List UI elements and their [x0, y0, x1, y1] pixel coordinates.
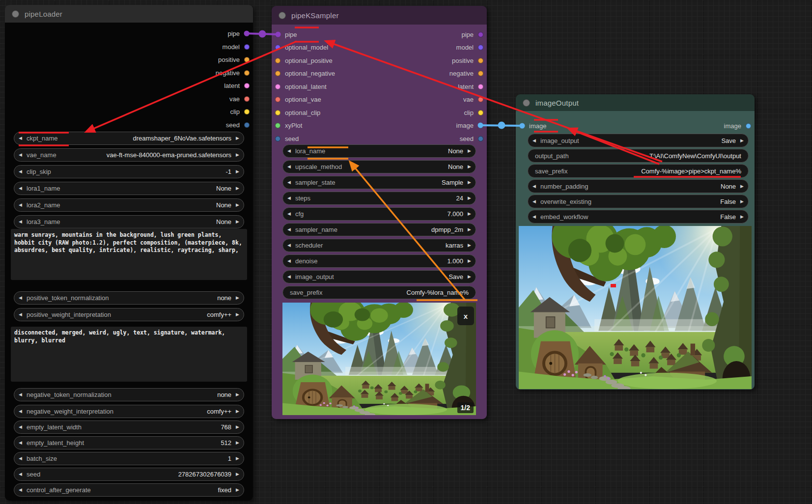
node-title-bar[interactable]: imageOutput: [516, 94, 755, 111]
widget-right-arrow-icon[interactable]: ▶: [231, 436, 244, 449]
widget-right-arrow-icon[interactable]: ▶: [463, 176, 476, 189]
widget-empty_latent_height[interactable]: ◀empty_latent_height512▶: [14, 436, 244, 449]
widget-left-arrow-icon[interactable]: ◀: [528, 134, 540, 147]
widget-left-arrow-icon[interactable]: ◀: [14, 483, 27, 497]
widget-left-arrow-icon[interactable]: ◀: [14, 148, 27, 162]
widget-left-arrow-icon[interactable]: ◀: [283, 239, 295, 252]
output-slot-pipe[interactable]: pipe: [461, 29, 483, 39]
widget-left-arrow-icon[interactable]: ◀: [283, 176, 295, 189]
widget-vae_name[interactable]: ◀vae_namevae-ft-mse-840000-ema-pruned.sa…: [14, 148, 244, 162]
widget-right-arrow-icon[interactable]: ▶: [231, 388, 244, 401]
widget-left-arrow-icon[interactable]: ◀: [283, 160, 295, 173]
widget-right-arrow-icon[interactable]: ▶: [231, 215, 244, 228]
widget-right-arrow-icon[interactable]: ▶: [231, 182, 244, 195]
widget-output_path[interactable]: output_pathT:\AI\ComfyNew\ComfyUI\output: [528, 149, 749, 163]
widget-left-arrow-icon[interactable]: ◀: [14, 132, 27, 145]
positive_prompt-textarea[interactable]: warm sunrays, mountains in the backgroun…: [11, 229, 247, 280]
widget-positive_weight_interpretation[interactable]: ◀positive_weight_interpretationcomfy++▶: [14, 308, 244, 321]
widget-left-arrow-icon[interactable]: ◀: [283, 192, 295, 205]
widget-left-arrow-icon[interactable]: ◀: [14, 308, 27, 321]
widget-sampler_state[interactable]: ◀sampler_stateSample▶: [282, 176, 476, 189]
input-slot-optional_clip[interactable]: optional_clip: [275, 108, 320, 117]
widget-right-arrow-icon[interactable]: ▶: [463, 207, 476, 221]
widget-right-arrow-icon[interactable]: ▶: [736, 180, 748, 193]
output-slot-latent[interactable]: latent: [458, 82, 483, 91]
input-slot-pipe[interactable]: pipe: [275, 29, 297, 39]
widget-left-arrow-icon[interactable]: ◀: [14, 420, 27, 434]
widget-save_prefix[interactable]: save_prefixComfy-%image>pipe>ckpt_name%: [528, 164, 749, 178]
preview-page-indicator[interactable]: 1/2: [457, 402, 474, 413]
output-slot-negative[interactable]: negative: [449, 68, 483, 78]
output-slot-positive[interactable]: positive: [218, 55, 250, 64]
widget-upscale_method[interactable]: ◀upscale_methodNone▶: [282, 160, 476, 173]
widget-right-arrow-icon[interactable]: ▶: [231, 420, 244, 434]
output-slot-model[interactable]: model: [456, 42, 483, 52]
widget-right-arrow-icon[interactable]: ▶: [231, 148, 244, 162]
output-slot-clip[interactable]: clip: [230, 107, 250, 116]
widget-cfg[interactable]: ◀cfg7.000▶: [282, 207, 476, 221]
widget-right-arrow-icon[interactable]: ▶: [736, 195, 748, 208]
widget-ckpt_name[interactable]: ◀ckpt_namedreamshaper_6NoVae.safetensors…: [14, 132, 244, 145]
output-slot-model[interactable]: model: [223, 42, 250, 52]
input-slot-image[interactable]: image: [519, 121, 546, 131]
widget-left-arrow-icon[interactable]: ◀: [14, 388, 27, 401]
widget-right-arrow-icon[interactable]: ▶: [231, 468, 244, 481]
widget-empty_latent_width[interactable]: ◀empty_latent_width768▶: [14, 420, 244, 434]
widget-embed_workflow[interactable]: ◀embed_workflowFalse▶: [528, 210, 749, 224]
widget-negative_token_normalization[interactable]: ◀negative_token_normalizationnone▶: [14, 388, 244, 401]
input-slot-xyPlot[interactable]: xyPlot: [275, 120, 302, 130]
widget-right-arrow-icon[interactable]: ▶: [463, 192, 476, 205]
widget-number_padding[interactable]: ◀number_paddingNone▶: [528, 179, 749, 193]
widget-overwrite_existing[interactable]: ◀overwrite_existingFalse▶: [528, 195, 749, 208]
output-slot-seed[interactable]: seed: [226, 120, 250, 130]
widget-lora3_name[interactable]: ◀lora3_nameNone▶: [14, 215, 244, 228]
widget-left-arrow-icon[interactable]: ◀: [283, 207, 295, 221]
output-slot-vae[interactable]: vae: [229, 94, 250, 104]
output-slot-positive[interactable]: positive: [452, 56, 483, 65]
widget-right-arrow-icon[interactable]: ▶: [463, 144, 476, 158]
widget-right-arrow-icon[interactable]: ▶: [231, 165, 244, 178]
widget-right-arrow-icon[interactable]: ▶: [231, 132, 244, 145]
output-slot-seed[interactable]: seed: [460, 134, 483, 143]
negative_prompt-textarea[interactable]: disconnected, merged, weird, ugly, text,…: [11, 327, 247, 382]
widget-left-arrow-icon[interactable]: ◀: [528, 210, 540, 224]
widget-right-arrow-icon[interactable]: ▶: [231, 483, 244, 497]
widget-left-arrow-icon[interactable]: ◀: [14, 405, 27, 418]
widget-denoise[interactable]: ◀denoise1.000▶: [282, 254, 476, 268]
input-slot-optional_negative[interactable]: optional_negative: [275, 68, 335, 78]
node-pipeloader[interactable]: pipeLoader pipemodelpositivenegativelate…: [5, 5, 253, 501]
widget-lora2_name[interactable]: ◀lora2_nameNone▶: [14, 198, 244, 212]
widget-positive_token_normalization[interactable]: ◀positive_token_normalizationnone▶: [14, 291, 244, 305]
widget-right-arrow-icon[interactable]: ▶: [736, 210, 748, 224]
input-slot-seed[interactable]: seed: [275, 134, 299, 143]
output-slot-image[interactable]: image: [456, 120, 483, 130]
output-slot-latent[interactable]: latent: [224, 81, 250, 90]
widget-clip_skip[interactable]: ◀clip_skip-1▶: [14, 165, 244, 178]
widget-right-arrow-icon[interactable]: ▶: [736, 134, 748, 147]
node-pipeksampler[interactable]: pipeKSampler x 1/2 pipeoptional_modelopt…: [272, 6, 487, 419]
output-slot-clip[interactable]: clip: [464, 108, 483, 117]
widget-image_output[interactable]: ◀image_outputSave▶: [282, 270, 476, 283]
widget-image_output[interactable]: ◀image_outputSave▶: [528, 134, 749, 147]
widget-right-arrow-icon[interactable]: ▶: [231, 291, 244, 305]
output-slot-image[interactable]: image: [724, 121, 751, 131]
widget-left-arrow-icon[interactable]: ◀: [14, 165, 27, 178]
node-title-bar[interactable]: pipeKSampler: [272, 6, 487, 25]
widget-right-arrow-icon[interactable]: ▶: [463, 239, 476, 252]
widget-seed[interactable]: ◀seed278267302676039▶: [14, 468, 244, 481]
widget-left-arrow-icon[interactable]: ◀: [14, 452, 27, 465]
preview-close-button[interactable]: x: [457, 307, 474, 325]
widget-scheduler[interactable]: ◀schedulerkarras▶: [282, 239, 476, 252]
widget-left-arrow-icon[interactable]: ◀: [14, 468, 27, 481]
widget-lora_name[interactable]: ◀lora_nameNone▶: [282, 144, 476, 158]
widget-left-arrow-icon[interactable]: ◀: [283, 223, 295, 236]
output-slot-pipe[interactable]: pipe: [227, 28, 250, 38]
widget-right-arrow-icon[interactable]: ▶: [231, 198, 244, 212]
node-imageoutput[interactable]: imageOutput imageimage◀image_outputSave▶…: [516, 94, 755, 390]
node-title-bar[interactable]: pipeLoader: [5, 5, 253, 23]
widget-sampler_name[interactable]: ◀sampler_namedpmpp_2m▶: [282, 223, 476, 236]
widget-right-arrow-icon[interactable]: ▶: [463, 160, 476, 173]
widget-left-arrow-icon[interactable]: ◀: [283, 254, 295, 268]
widget-left-arrow-icon[interactable]: ◀: [14, 198, 27, 212]
widget-right-arrow-icon[interactable]: ▶: [231, 452, 244, 465]
